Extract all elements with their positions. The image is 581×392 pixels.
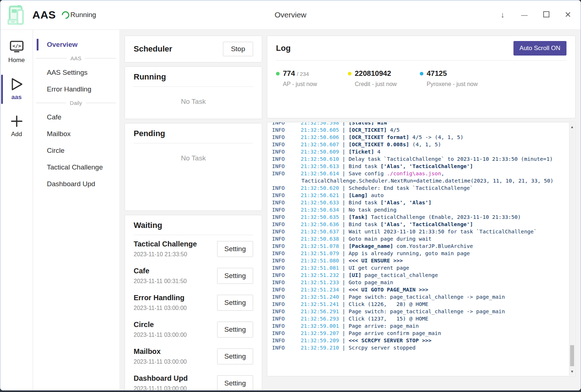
log-line: INFO 21:32:51.078 | [Package_name] com.Y…: [272, 242, 563, 250]
stat-value: 47125: [427, 69, 447, 78]
stat-value: 774: [283, 69, 295, 78]
log-line: INFO 21:32:50.638 | Goto main page durin…: [272, 235, 563, 242]
log-line: INFO 21:32:50.598 | [Status] WIN: [272, 122, 563, 126]
waiting-task-row: Mailbox 2023-11-11 03:00:00 Setting: [134, 343, 253, 369]
waiting-task-next-run: 2023-11-11 03:00:00: [134, 385, 188, 391]
active-indicator: [1, 38, 3, 67]
log-line: INFO 21:32:51.234 | <<< UI GOTO PAGE_MAI…: [272, 286, 563, 293]
setting-button[interactable]: Setting: [217, 322, 253, 338]
active-indicator: [1, 75, 3, 104]
log-line: INFO 21:32:59.209 | <<< SCRCPY SERVER ST…: [272, 337, 563, 344]
log-line: INFO 21:32:51.080 | <<< UI ENSURE >>>: [272, 257, 563, 264]
log-line: INFO 21:32:59.001 | Page arrive: page_ma…: [272, 322, 563, 330]
nav-section-label: Daily: [70, 100, 82, 106]
stat-value: 220810942: [355, 69, 391, 78]
log-line: INFO 21:32:50.635 | [Task] TacticalChall…: [272, 213, 563, 221]
nav-item-label: Mailbox: [47, 130, 70, 138]
waiting-task-name: Cafe: [134, 267, 187, 275]
app-window: AAS Running Overview ↓ — ✕ </> Home: [0, 0, 581, 391]
status-label: Running: [70, 11, 96, 19]
rail-item[interactable]: Add: [0, 110, 33, 142]
scroll-up-icon[interactable]: ▲: [569, 125, 575, 129]
log-line: INFO 21:32:59.210 | Scrcpy server stoppe…: [272, 344, 563, 351]
window-controls: ↓ — ✕: [498, 11, 573, 19]
waiting-task-row: Circle 2023-11-11 03:00:00 Setting: [134, 316, 253, 343]
rail-item-label: Home: [8, 57, 25, 64]
setting-button[interactable]: Setting: [217, 241, 253, 257]
setting-button[interactable]: Setting: [217, 375, 253, 391]
waiting-task-next-run: 2023-11-11 03:00:00: [134, 305, 187, 311]
active-indicator: [37, 145, 38, 156]
titlebar: AAS Running Overview ↓ — ✕: [0, 0, 581, 30]
scrollbar-thumb[interactable]: [570, 345, 574, 366]
auto-scroll-button[interactable]: Auto Scroll ON: [513, 41, 566, 56]
nav-item[interactable]: Circle: [33, 144, 119, 158]
nav-item-label: Circle: [47, 147, 65, 154]
rail-item[interactable]: aas: [0, 73, 33, 105]
nav-section-divider: Daily: [33, 100, 119, 106]
close-icon[interactable]: ✕: [563, 11, 573, 19]
stat-dot-icon: [348, 72, 352, 75]
maximize-icon[interactable]: [541, 11, 551, 19]
minimize-icon[interactable]: —: [520, 12, 529, 18]
download-icon[interactable]: ↓: [498, 11, 507, 19]
nav-item[interactable]: Overview: [33, 38, 119, 52]
nav-item-label: Error Handling: [47, 85, 92, 93]
nav-item[interactable]: Cafe: [33, 110, 119, 124]
scheduler-title: Scheduler: [134, 44, 172, 54]
active-indicator: [37, 39, 38, 50]
log-line: INFO 21:32:50.606 | [OCR_TICKET format] …: [272, 134, 563, 141]
rail-item-icon: [9, 77, 24, 91]
rail-item-icon: [9, 114, 24, 128]
rail-item[interactable]: </> Home: [0, 36, 33, 68]
nav-item[interactable]: Mailbox: [33, 127, 119, 141]
log-line: INFO 21:32:50.609 | [Ticket] 4: [272, 148, 563, 155]
log-lines: INFO 21:32:50.598 | [Status] WININFO 21:…: [272, 122, 563, 351]
log-line: INFO 21:32:50.613 | Bind task ['Alas', '…: [272, 163, 563, 170]
waiting-task-name: Error Handling: [134, 294, 187, 302]
rail-item-icon: </>: [9, 40, 24, 54]
setting-button[interactable]: Setting: [217, 348, 253, 364]
waiting-task-next-run: 2023-11-11 00:31:50: [134, 278, 187, 285]
running-card: Running No Task: [125, 66, 262, 119]
active-indicator: [37, 83, 38, 95]
active-indicator: [37, 111, 38, 123]
main-content: Scheduler Stop Running No Task Pending N…: [120, 30, 581, 390]
log-line: INFO 21:32:50.614 | Save config ./config…: [272, 170, 563, 184]
pending-card: Pending No Task: [125, 123, 262, 211]
log-scrollbar[interactable]: ▲ ▼: [569, 123, 575, 376]
nav-item[interactable]: Dashboard Upd: [33, 177, 119, 191]
waiting-task-name: Mailbox: [134, 347, 187, 356]
waiting-task-next-run: 2023-11-10 21:33:50: [134, 251, 197, 258]
icon-rail: </> Home aas Add: [0, 30, 33, 390]
stop-button[interactable]: Stop: [223, 42, 253, 56]
scheduler-status: Running: [62, 11, 96, 19]
log-console[interactable]: INFO 21:32:50.598 | [Status] WININFO 21:…: [267, 122, 576, 376]
app-name: AAS: [32, 9, 56, 21]
divider: [134, 143, 253, 143]
divider: [134, 86, 253, 87]
pending-empty-label: No Task: [134, 154, 253, 162]
setting-button[interactable]: Setting: [217, 268, 253, 284]
log-line: INFO 21:32:50.610 | Delay task `Tactical…: [272, 155, 563, 163]
stat-label: Pyroxene - just now: [427, 81, 492, 87]
task-nav: Overview AAS AAS Settings Error Handling…: [33, 30, 120, 390]
log-card: Log Auto Scroll ON 774 / 234: [267, 36, 576, 118]
log-line: INFO 21:32:50.637 | Wait until 2023-11-1…: [272, 228, 563, 235]
nav-section-label: AAS: [70, 55, 81, 61]
nav-item[interactable]: Error Handling: [33, 82, 119, 96]
stat-block: 47125 Pyroxene - just now: [420, 69, 492, 87]
scroll-down-icon[interactable]: ▼: [569, 369, 575, 373]
waiting-task-row: Error Handling 2023-11-11 03:00:00 Setti…: [134, 289, 253, 316]
stat-block: 220810942 Credit - just now: [348, 69, 420, 87]
log-line: INFO 21:32:50.636 | Bind task ['Alas', '…: [272, 221, 563, 228]
log-line: INFO 21:32:56.293 | Click (1237, 15) @ H…: [272, 315, 563, 322]
log-line: INFO 21:32:50.633 | Bind task ['Alas', '…: [272, 199, 563, 206]
waiting-task-name: Dashboard Upd: [134, 374, 188, 383]
running-spinner-icon: [60, 9, 71, 20]
nav-item[interactable]: Tactical Challenge: [33, 160, 119, 174]
setting-button[interactable]: Setting: [217, 295, 253, 311]
nav-item[interactable]: AAS Settings: [33, 66, 119, 79]
log-title: Log: [276, 44, 290, 53]
pending-title: Pending: [134, 129, 253, 138]
